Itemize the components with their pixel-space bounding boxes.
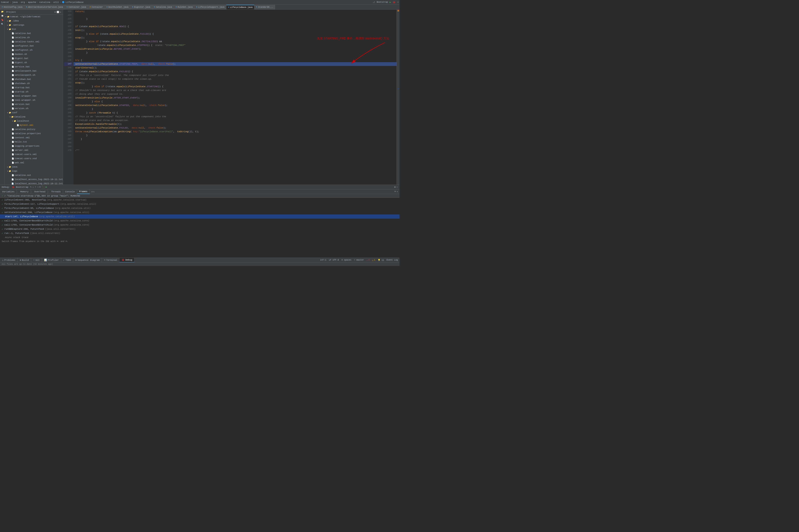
debug-frame-4[interactable]: start:147, LifecycleBase (org.apache.cat…	[0, 214, 399, 218]
footer-tab-build[interactable]: ⚙ Build	[18, 258, 31, 263]
tree-item-tomcat-users-xml[interactable]: 📄 tomcat-users.xml	[5, 152, 63, 156]
sidebar-expand-btn[interactable]: ⬜	[57, 11, 59, 13]
debug-frame-7[interactable]: ✓ run$$$capture:266, FutureTask (java.ut…	[0, 227, 399, 231]
frames-filter-btn[interactable]: ⚗	[397, 190, 398, 193]
code-lines[interactable]: return; } if (state.equals(LifecycleStat…	[73, 10, 397, 185]
debug-close-panel-btn[interactable]: —	[396, 186, 398, 188]
tree-item-access-log-1[interactable]: 📄 localhost_access_log.2022-10-11.txt	[5, 177, 63, 182]
tree-item-catalina-sh[interactable]: 📄 catalina.sh	[5, 36, 63, 40]
tree-item-hello-txt[interactable]: 📄 hello.txt	[5, 140, 63, 144]
code-content[interactable]: 133 134 135 136 137 138 139 140 141 142 …	[63, 10, 399, 185]
tree-item-catalina-props[interactable]: 📄 catalina.properties	[5, 131, 63, 136]
tree-item-digest-sh[interactable]: 📄 digest.sh	[5, 60, 63, 65]
run-btn[interactable]: ▶	[390, 1, 391, 3]
tab-lifecyclebase[interactable]: ● LifecycleBase.java	[226, 5, 254, 10]
tree-item-logs[interactable]: ▼ 📁 logs	[5, 169, 63, 173]
tree-item-catalina-policy[interactable]: 📄 catalina.policy	[5, 127, 63, 131]
tree-item-catalina-bat[interactable]: 📄 catalina.bat	[5, 31, 63, 36]
tree-item-idea[interactable]: ▶ 📁 .idea	[5, 19, 63, 23]
debug-tab-overhead[interactable]: Overhead	[32, 189, 48, 194]
tree-item-catalina-tasks[interactable]: 📄 catalina-tasks.xml	[5, 40, 63, 44]
tree-item-tool-sh[interactable]: 📄 tool-wrapper.sh	[5, 98, 63, 102]
debug-tab-threads[interactable]: Threads	[49, 189, 63, 194]
breadcrumb-catalina[interactable]: catalina	[39, 1, 50, 3]
debug-frame-1[interactable]: ✓ fireLifecycleEvent:117, LifecycleSuppo…	[0, 202, 399, 206]
debug-tab-console[interactable]: Console	[63, 189, 77, 194]
tree-item-tool-bat[interactable]: 📄 tool-wrapper.bat	[5, 94, 63, 98]
tree-item-java[interactable]: ▶ 📁 java	[5, 165, 63, 169]
project-icon[interactable]: 📁	[1, 10, 4, 13]
tree-item-shutdown-sh[interactable]: 📄 shutdown.sh	[5, 81, 63, 86]
breadcrumb-apache[interactable]: apache	[28, 1, 36, 3]
find-icon[interactable]: 🔍	[1, 22, 4, 26]
sidebar-settings-btn[interactable]: ⚙	[55, 11, 56, 13]
debug-stop-btn[interactable]: ⬛	[41, 186, 45, 189]
tree-item-catalina-folder[interactable]: ▼ 📁 Catalina	[5, 115, 63, 119]
debug-resume-btn[interactable]: ▶	[46, 186, 47, 189]
tree-item-startup-bat[interactable]: 📄 startup.bat	[5, 86, 63, 90]
debug-step-over-btn[interactable]: ↷	[30, 186, 32, 189]
tree-item-conf[interactable]: ▼ 📁 conf	[5, 111, 63, 115]
tree-item-web-xml[interactable]: 📄 web.xml	[5, 160, 63, 165]
tree-item-catalina-out[interactable]: 📄 catalina.out	[5, 173, 63, 177]
event-log-btn[interactable]: Event Log	[386, 259, 398, 261]
debug-frame-2[interactable]: ✓ fireLifecycleEvent:95, LifecycleBase (…	[0, 206, 399, 210]
debug-frame-5[interactable]: ✓ call:1765, ContainerBase$StartChild (o…	[0, 218, 399, 223]
tree-item-tomcat-users-xsd[interactable]: 📄 tomcat-users.xsd	[5, 156, 63, 160]
footer-tab-terminal[interactable]: ⌨ Terminal	[102, 258, 120, 263]
frames-filter-icon[interactable]: ⊟	[91, 190, 93, 193]
tab-standardh[interactable]: ● StandardH...	[254, 5, 275, 10]
frames-sort-icon[interactable]: ⇅	[93, 190, 95, 193]
tab-hostruleset[interactable]: ● HostRuleSet.java	[105, 5, 130, 10]
tree-item-version-sh[interactable]: 📄 version.sh	[5, 107, 63, 111]
tree-item-server-xml[interactable]: 📄 server.xml	[5, 148, 63, 152]
tree-item-settings[interactable]: ▶ 📁 .settings	[5, 23, 63, 27]
debug-frame-6[interactable]: ✓ call:1755, ContainerBase$StartChild (o…	[0, 223, 399, 227]
footer-tab-debug[interactable]: 🐞 Debug	[120, 258, 134, 263]
breadcrumb-lifecyclebase[interactable]: LifecycleBase	[66, 1, 84, 3]
sidebar-close-btn[interactable]: ✕	[60, 11, 61, 13]
debug-settings-btn[interactable]: ⚙	[394, 186, 396, 188]
tree-item-shutdown-bat[interactable]: 📄 shutdown.bat	[5, 77, 63, 81]
breadcrumb-java[interactable]: java	[12, 1, 18, 3]
tree-item-service-bat[interactable]: 📄 service.bat	[5, 65, 63, 69]
debug-tab-frames[interactable]: Frames	[77, 189, 90, 194]
tree-item-digest-bat[interactable]: 📄 digest.bat	[5, 56, 63, 60]
status-branch[interactable]: ⑂ master	[354, 259, 364, 261]
tree-item-bin[interactable]: ▼ 📁 bin	[5, 27, 63, 31]
tab-lifecyclesupport[interactable]: ● LifecycleSupport.java	[195, 5, 226, 10]
tree-item-configtest-sh[interactable]: 📄 configtest.sh	[5, 48, 63, 52]
tab-container-java[interactable]: ● Container.java	[65, 5, 88, 10]
tab-ruleset[interactable]: ● RuleSet.java	[174, 5, 195, 10]
tree-item-access-log-2[interactable]: 📄 localhost_access_log.2022-10-12.txt	[5, 182, 63, 185]
footer-tab-profiler[interactable]: 📊 Profiler	[42, 258, 61, 263]
debug-evaluate-btn[interactable]: ⌗	[39, 186, 41, 189]
tree-item-logging[interactable]: 📄 logging.properties	[5, 144, 63, 148]
tab-catalina[interactable]: ● Catalina.java	[152, 5, 174, 10]
breadcrumb-org[interactable]: org	[21, 1, 25, 3]
footer-tab-problems[interactable]: ⚠ Problems	[0, 258, 18, 263]
tab-hostconfig[interactable]: ● HostConfig.java	[0, 5, 24, 10]
tree-item-mytest-xml[interactable]: 📄 mytest.xml	[5, 123, 63, 127]
footer-tab-git[interactable]: ⑂ Git	[31, 258, 42, 263]
debug-frame-3[interactable]: ✓ setStateInternal:390, LifecycleBase (o…	[0, 210, 399, 214]
coverage-btn[interactable]: ☂	[397, 1, 399, 3]
debug-run-to-cursor-btn[interactable]: →	[37, 186, 38, 189]
tab-digester[interactable]: ● Digester.java	[130, 5, 152, 10]
tree-item-context-xml[interactable]: 📄 context.xml	[5, 136, 63, 140]
debug-frame-8[interactable]: ✓ run:-1, FutureTask (java.util.concurre…	[0, 231, 399, 235]
tab-abstractexecutorservice[interactable]: ● AbstractExecutorService.java	[24, 5, 65, 10]
tab-container[interactable]: ● Container	[88, 5, 105, 10]
tree-item-version-bat[interactable]: 📄 version.bat	[5, 102, 63, 107]
debug-btn[interactable]: 🐞	[393, 1, 396, 3]
breadcrumb-tomcat[interactable]: tomcat	[1, 1, 9, 3]
debug-tab-memory[interactable]: Memory	[18, 189, 31, 194]
bookmarks-icon[interactable]: 🔖	[1, 18, 4, 22]
tree-item-startup-sh[interactable]: 📄 startup.sh	[5, 90, 63, 94]
debug-tab-variables[interactable]: Variables	[0, 189, 17, 194]
tree-item-configtest-bat[interactable]: 📄 configtest.bat	[5, 44, 63, 48]
debug-frame-0[interactable]: ✓ lifecycleEvent:392, HostConfig (org.ap…	[0, 198, 399, 202]
footer-tab-todo[interactable]: ✓ TODO	[61, 258, 73, 263]
debug-step-out-btn[interactable]: ↑	[35, 186, 36, 189]
tree-item-tomcat[interactable]: ▼ 📁 tomcat ~/gitlab/tomcat	[5, 15, 63, 19]
